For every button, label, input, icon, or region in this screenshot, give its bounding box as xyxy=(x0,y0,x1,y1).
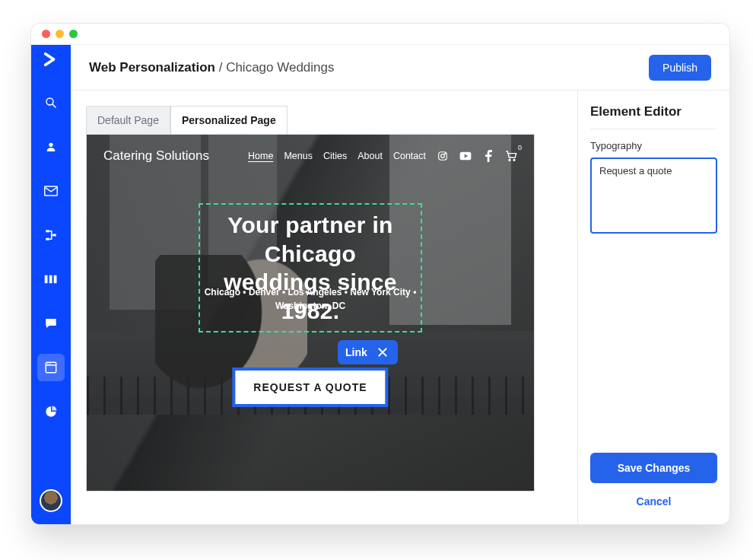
headline-line1: Your partner in Chicago xyxy=(212,211,408,268)
svg-point-17 xyxy=(445,153,446,154)
cart-icon[interactable]: 0 xyxy=(505,150,517,162)
svg-point-12 xyxy=(47,364,48,364)
instagram-icon[interactable] xyxy=(437,150,449,162)
window-minimize-dot[interactable] xyxy=(56,30,64,38)
site-nav: Catering Solutions Home Menus Cities Abo… xyxy=(87,148,534,164)
editor-title: Element Editor xyxy=(590,104,717,129)
cta-selected[interactable]: REQUEST A QUOTE xyxy=(232,368,388,407)
contacts-icon[interactable] xyxy=(37,133,65,161)
cancel-button[interactable]: Cancel xyxy=(590,491,717,512)
svg-line-1 xyxy=(52,104,56,107)
avatar[interactable] xyxy=(40,489,62,512)
brand-logo xyxy=(43,51,59,68)
page-preview: Catering Solutions Home Menus Cities Abo… xyxy=(86,134,535,492)
page-header: Web Personalization / Chicago Weddings P… xyxy=(71,45,729,91)
save-changes-button[interactable]: Save Changes xyxy=(590,453,717,483)
headline-selected[interactable]: Your partner in Chicago weddings since 1… xyxy=(199,203,422,332)
cart-badge: 0 xyxy=(518,144,522,151)
nav-link-about[interactable]: About xyxy=(357,151,383,161)
nav-link-cities[interactable]: Cities xyxy=(323,151,347,161)
svg-rect-4 xyxy=(46,230,49,232)
publish-button[interactable]: Publish xyxy=(649,55,711,81)
tabs: Default Page Personalized Page xyxy=(86,106,562,134)
element-editor: Element Editor Typography Request a quot… xyxy=(577,91,729,524)
svg-point-2 xyxy=(49,143,52,147)
svg-rect-8 xyxy=(49,275,52,284)
locations-text: Chicago • Denver • Los Angeles • New Yor… xyxy=(205,287,417,311)
svg-rect-6 xyxy=(52,234,56,237)
app-window: Web Personalization / Chicago Weddings P… xyxy=(30,23,730,525)
svg-point-19 xyxy=(509,159,510,161)
main: Web Personalization / Chicago Weddings P… xyxy=(71,45,729,524)
svg-point-13 xyxy=(49,364,49,364)
conversations-icon[interactable] xyxy=(37,310,65,337)
svg-point-16 xyxy=(441,154,445,158)
locations-line1: Chicago • Denver • Los Angeles • New Yor… xyxy=(205,287,417,298)
link-toolbar-label[interactable]: Link xyxy=(345,346,367,358)
tab-personalized-page[interactable]: Personalized Page xyxy=(170,106,288,134)
svg-rect-5 xyxy=(46,238,49,240)
breadcrumb: Web Personalization / Chicago Weddings xyxy=(89,60,335,75)
window-zoom-dot[interactable] xyxy=(69,30,78,38)
youtube-icon[interactable] xyxy=(459,150,472,162)
mail-icon[interactable] xyxy=(37,177,65,205)
deals-icon[interactable] xyxy=(37,266,65,293)
request-quote-button[interactable]: REQUEST A QUOTE xyxy=(235,371,385,404)
search-icon[interactable] xyxy=(37,89,65,116)
facebook-icon[interactable] xyxy=(482,150,494,162)
svg-point-0 xyxy=(46,98,53,105)
canvas-area: Default Page Personalized Page Catering … xyxy=(71,91,577,524)
automations-icon[interactable] xyxy=(37,221,65,249)
breadcrumb-page: Chicago Weddings xyxy=(226,60,334,75)
svg-point-20 xyxy=(513,159,515,161)
typography-label: Typography xyxy=(590,140,717,151)
breadcrumb-sep: / xyxy=(215,60,226,75)
svg-rect-7 xyxy=(45,275,48,284)
window-close-dot[interactable] xyxy=(42,30,50,38)
site-logo: Catering Solutions xyxy=(103,148,209,164)
tab-default-page[interactable]: Default Page xyxy=(86,106,170,134)
site-pages-icon[interactable] xyxy=(37,354,65,381)
close-icon[interactable] xyxy=(375,345,390,360)
reports-icon[interactable] xyxy=(37,398,65,425)
site-links: Home Menus Cities About Contact xyxy=(248,150,517,162)
locations-line2: Washington, DC xyxy=(205,301,417,311)
sidebar-bottom xyxy=(40,489,62,512)
svg-rect-9 xyxy=(54,275,57,284)
sidebar xyxy=(31,45,71,524)
nav-link-home[interactable]: Home xyxy=(248,151,273,161)
nav-link-contact[interactable]: Contact xyxy=(393,151,426,161)
svg-point-14 xyxy=(50,364,51,364)
breadcrumb-section: Web Personalization xyxy=(89,60,215,75)
nav-link-menus[interactable]: Menus xyxy=(284,151,313,161)
typography-input[interactable]: Request a quote xyxy=(590,158,717,234)
link-toolbar: Link xyxy=(338,340,398,364)
window-titlebar xyxy=(31,24,729,45)
